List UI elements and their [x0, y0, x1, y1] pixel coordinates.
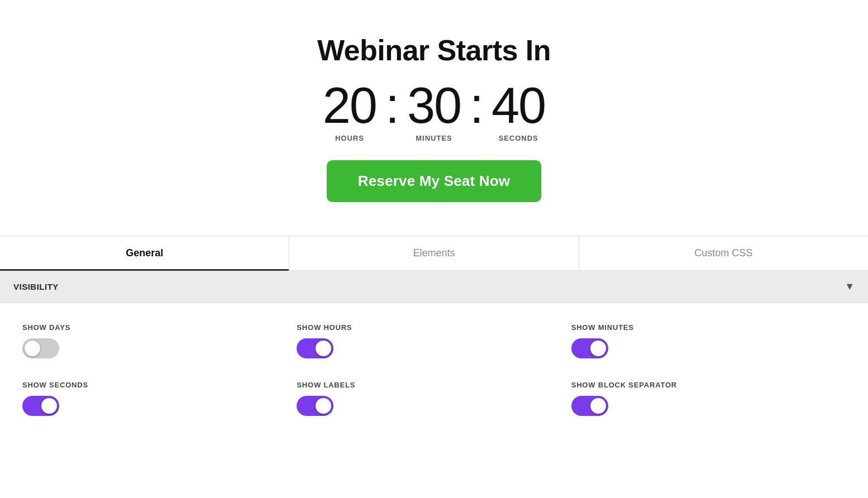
toggle-switch-show-minutes[interactable] [571, 338, 846, 358]
toggle-switch-show-days[interactable] [22, 338, 297, 358]
toggle-thumb-show-block-separator [590, 398, 606, 414]
tab-custom-css[interactable]: Custom CSS [579, 236, 868, 270]
toggle-track-show-hours [297, 338, 333, 358]
webinar-title: Webinar Starts In [317, 33, 551, 67]
toggle-thumb-show-minutes [590, 341, 606, 356]
visibility-section-header[interactable]: VISIBILITY ▼ [0, 271, 868, 303]
visibility-section-title: VISIBILITY [13, 282, 59, 291]
toggle-track-show-block-separator [571, 396, 608, 416]
toggle-label-show-hours: SHOW HOURS [297, 323, 571, 332]
countdown-row: 20 HOURS : 30 MINUTES : 40 SECONDS [323, 80, 545, 142]
toggle-thumb-show-seconds [41, 398, 57, 414]
countdown-minutes-unit: 30 MINUTES [407, 80, 461, 142]
toggle-switch-show-seconds[interactable] [22, 396, 297, 416]
preview-area: Webinar Starts In 20 HOURS : 30 MINUTES … [0, 0, 868, 236]
tab-elements[interactable]: Elements [289, 236, 579, 270]
chevron-down-icon: ▼ [845, 281, 855, 293]
countdown-hours-label: HOURS [335, 134, 364, 142]
toggle-label-show-days: SHOW DAYS [22, 323, 297, 332]
toggle-item-show-seconds: SHOW SECONDS [22, 381, 297, 416]
countdown-separator-2: : [461, 80, 492, 131]
toggle-switch-show-labels[interactable] [297, 396, 571, 416]
reserve-seat-button[interactable]: Reserve My Seat Now [327, 160, 542, 202]
countdown-seconds-unit: 40 SECONDS [492, 80, 545, 142]
toggle-item-show-days: SHOW DAYS [22, 323, 297, 358]
countdown-minutes-value: 30 [407, 80, 461, 131]
toggle-item-show-block-separator: SHOW BLOCK SEPARATOR [571, 381, 846, 416]
toggle-label-show-seconds: SHOW SECONDS [22, 381, 297, 389]
countdown-minutes-label: MINUTES [416, 134, 452, 142]
toggle-track-show-labels [297, 396, 333, 416]
tabs-bar: General Elements Custom CSS [0, 236, 868, 271]
countdown-seconds-label: SECONDS [498, 134, 538, 142]
toggles-grid: SHOW DAYS SHOW HOURS SHOW MINUTES [0, 303, 868, 436]
toggle-track-show-seconds [22, 396, 59, 416]
toggle-label-show-block-separator: SHOW BLOCK SEPARATOR [571, 381, 846, 389]
toggle-item-show-minutes: SHOW MINUTES [571, 323, 846, 358]
countdown-separator-1: : [376, 80, 407, 131]
toggle-track-show-days [22, 338, 59, 358]
toggle-thumb-show-days [25, 341, 40, 356]
tab-general[interactable]: General [0, 236, 289, 270]
countdown-seconds-value: 40 [492, 80, 545, 131]
toggle-switch-show-block-separator[interactable] [571, 396, 846, 416]
toggle-item-show-labels: SHOW LABELS [297, 381, 571, 416]
countdown-hours-unit: 20 HOURS [323, 80, 376, 142]
toggle-label-show-labels: SHOW LABELS [297, 381, 571, 389]
toggle-item-show-hours: SHOW HOURS [297, 323, 571, 358]
toggle-thumb-show-labels [316, 398, 331, 414]
settings-panel: VISIBILITY ▼ SHOW DAYS SHOW HOURS [0, 271, 868, 436]
toggle-label-show-minutes: SHOW MINUTES [571, 323, 846, 332]
toggle-track-show-minutes [571, 338, 608, 358]
countdown-hours-value: 20 [323, 80, 376, 131]
toggle-switch-show-hours[interactable] [297, 338, 571, 358]
toggle-thumb-show-hours [316, 341, 331, 356]
